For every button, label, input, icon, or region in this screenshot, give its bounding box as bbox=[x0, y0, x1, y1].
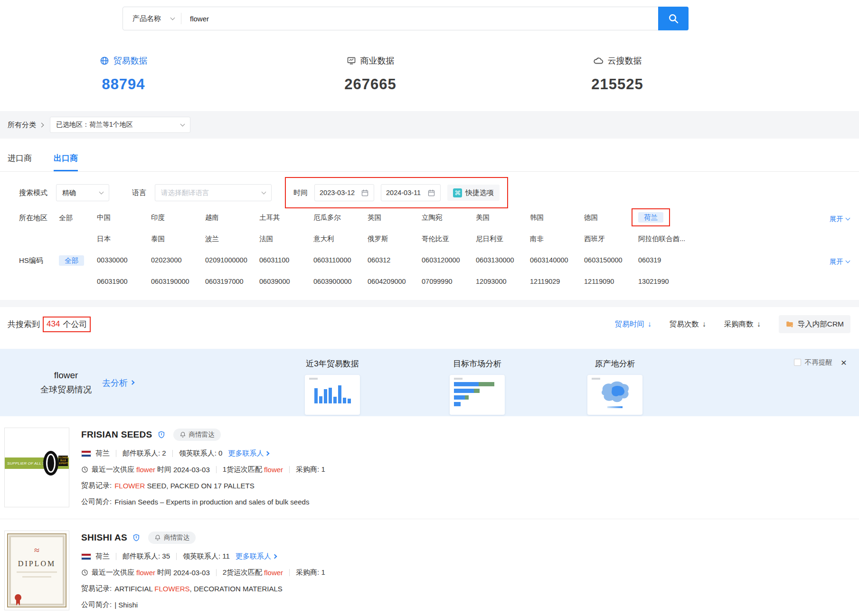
dismiss-checkbox[interactable] bbox=[794, 359, 801, 366]
region-item[interactable]: 俄罗斯 bbox=[368, 234, 422, 243]
hs-code-item[interactable]: 02091000000 bbox=[205, 255, 259, 265]
hs-filter-label: HS编码 bbox=[19, 255, 59, 298]
company-logo[interactable]: ≈ DIPLOM bbox=[4, 531, 69, 610]
selected-region-text: 已选地区：荷兰等1个地区 bbox=[56, 121, 133, 129]
search-mode-select[interactable]: 精确 bbox=[56, 184, 109, 201]
region-item[interactable]: 立陶宛 bbox=[422, 213, 476, 222]
hs-code-item[interactable]: 0603110000 bbox=[313, 255, 368, 265]
search-button[interactable] bbox=[658, 7, 689, 30]
search-mode-label: 搜索模式 bbox=[19, 188, 47, 197]
hs-code-item[interactable]: 00330000 bbox=[97, 255, 151, 265]
region-item[interactable]: 越南 bbox=[205, 213, 259, 222]
sort-trade-time[interactable]: 贸易时间 ↓ bbox=[615, 319, 651, 329]
stat-business-data[interactable]: 商业数据 267665 bbox=[247, 55, 494, 93]
hs-code-item[interactable]: 06039000 bbox=[259, 277, 313, 286]
sort-buyer-count[interactable]: 采购商数 ↓ bbox=[724, 319, 761, 329]
brief-label: 公司简介: bbox=[81, 600, 112, 609]
region-item[interactable]: 中国 bbox=[97, 213, 151, 222]
hs-code-item[interactable]: 12093000 bbox=[476, 277, 530, 286]
date-end-input[interactable]: 2024-03-11 bbox=[381, 184, 441, 201]
region-item[interactable]: 尼日利亚 bbox=[476, 234, 530, 243]
hs-code-item[interactable]: 0603130000 bbox=[476, 255, 530, 265]
region-item[interactable]: 英国 bbox=[368, 213, 422, 222]
calendar-icon bbox=[427, 189, 435, 197]
region-item[interactable]: 土耳其 bbox=[259, 213, 313, 222]
hs-code-item[interactable]: 06031900 bbox=[97, 277, 151, 286]
arrow-down-icon: ↓ bbox=[757, 320, 761, 328]
close-icon[interactable]: × bbox=[841, 357, 847, 367]
hs-code-item[interactable]: 12119029 bbox=[530, 277, 584, 286]
divider bbox=[116, 553, 116, 560]
go-analyze-link[interactable]: 去分析 bbox=[102, 377, 134, 388]
region-item[interactable]: 波兰 bbox=[205, 234, 259, 243]
hs-code-item[interactable]: 12119090 bbox=[584, 277, 638, 286]
hs-code-item[interactable]: 13021990 bbox=[638, 277, 692, 286]
business-radar-tag[interactable]: 商情雷达 bbox=[173, 429, 221, 441]
company-name[interactable]: SHISHI AS bbox=[81, 532, 127, 543]
company-name[interactable]: FRISIAN SEEDS bbox=[81, 429, 152, 440]
sort-label: 贸易次数 bbox=[670, 319, 699, 329]
hs-code-item[interactable]: 0603900000 bbox=[313, 277, 368, 286]
hs-code-item[interactable]: 0604209000 bbox=[368, 277, 422, 286]
stat-cloud-data[interactable]: 云搜数据 215525 bbox=[494, 55, 741, 93]
hs-all-option[interactable]: 全部 bbox=[59, 255, 97, 298]
search-input[interactable] bbox=[181, 8, 658, 29]
brief-text: Frisian Seeds – Experts in production an… bbox=[114, 498, 309, 506]
hs-code-item[interactable]: 060312 bbox=[368, 255, 422, 265]
tab-importer[interactable]: 进口商 bbox=[8, 153, 32, 171]
product-category-select[interactable]: 产品名称 bbox=[123, 14, 181, 23]
chevron-down-icon bbox=[170, 15, 175, 20]
hs-all-pill[interactable]: 全部 bbox=[59, 255, 84, 266]
region-item[interactable]: 日本 bbox=[97, 234, 151, 243]
region-item[interactable]: 美国 bbox=[476, 213, 530, 222]
hs-code-item[interactable]: 06031100 bbox=[259, 255, 313, 265]
region-item[interactable]: 法国 bbox=[259, 234, 313, 243]
company-logo[interactable]: SUPPLIER OF ALL SEEDS FLOWER BULB EXPERT… bbox=[4, 428, 69, 507]
import-crm-button[interactable]: 导入内部CRM bbox=[779, 315, 850, 333]
region-item[interactable]: 泰国 bbox=[151, 234, 205, 243]
all-categories-link[interactable]: 所有分类 bbox=[8, 121, 43, 130]
hs-expand-link[interactable]: 展开 bbox=[830, 257, 850, 266]
more-contacts-link[interactable]: 更多联系人 bbox=[236, 552, 276, 561]
chevron-down-icon bbox=[846, 216, 850, 221]
region-item[interactable]: 南非 bbox=[530, 234, 584, 243]
tab-exporter[interactable]: 出口商 bbox=[54, 153, 78, 171]
hs-code-item[interactable]: 0603150000 bbox=[584, 255, 638, 265]
stat-value: 88794 bbox=[0, 76, 247, 93]
business-radar-tag[interactable]: 商情雷达 bbox=[148, 532, 196, 544]
sort-trade-count[interactable]: 贸易次数 ↓ bbox=[670, 319, 706, 329]
quick-options-button[interactable]: ⌘ 快捷选项 bbox=[447, 185, 500, 201]
hs-code-item[interactable]: 0603140000 bbox=[530, 255, 584, 265]
command-icon: ⌘ bbox=[453, 188, 462, 197]
banner-card-trade-3y[interactable]: 近3年贸易数据 bbox=[285, 358, 380, 415]
region-item[interactable]: 韩国 bbox=[530, 213, 584, 222]
region-item[interactable]: 厄瓜多尔 bbox=[313, 213, 368, 222]
supply-time-label: 时间 bbox=[157, 465, 171, 474]
chevron-right-icon bbox=[272, 554, 277, 559]
trade-record-suffix: SEED, PACKED ON 17 PALLETS bbox=[145, 482, 254, 490]
region-item[interactable]: 西班牙 bbox=[584, 234, 638, 243]
hs-code-item[interactable]: 0603197000 bbox=[205, 277, 259, 286]
region-item-netherlands[interactable]: 荷兰 bbox=[638, 212, 663, 223]
selected-region-select[interactable]: 已选地区：荷兰等1个地区 bbox=[50, 117, 190, 133]
language-select[interactable]: 请选择翻译语言 bbox=[155, 184, 272, 201]
region-all-option[interactable]: 全部 bbox=[59, 213, 97, 255]
region-item[interactable]: 印度 bbox=[151, 213, 205, 222]
hs-code-item[interactable]: 07099990 bbox=[422, 277, 476, 286]
stat-trade-data[interactable]: 贸易数据 88794 bbox=[0, 55, 247, 93]
region-item[interactable]: 阿拉伯联合酋... bbox=[638, 234, 692, 243]
banner-card-target-market[interactable]: 目标市场分析 bbox=[430, 358, 525, 415]
region-item[interactable]: 德国 bbox=[584, 213, 638, 222]
region-item[interactable]: 意大利 bbox=[313, 234, 368, 243]
arrow-down-icon: ↓ bbox=[648, 320, 651, 328]
hs-code-item[interactable]: 0603120000 bbox=[422, 255, 476, 265]
hs-code-item[interactable]: 02023000 bbox=[151, 255, 205, 265]
more-contacts-link[interactable]: 更多联系人 bbox=[228, 449, 269, 458]
hs-code-item[interactable]: 0603190000 bbox=[151, 277, 205, 286]
hs-code-item[interactable]: 060319 bbox=[638, 255, 692, 265]
region-item[interactable]: 哥伦比亚 bbox=[422, 234, 476, 243]
region-expand-link[interactable]: 展开 bbox=[830, 215, 850, 224]
banner-card-origin[interactable]: 原产地分析 bbox=[567, 358, 662, 415]
region-item-selected[interactable]: 荷兰 bbox=[638, 213, 692, 222]
date-start-input[interactable]: 2023-03-12 bbox=[314, 184, 374, 201]
